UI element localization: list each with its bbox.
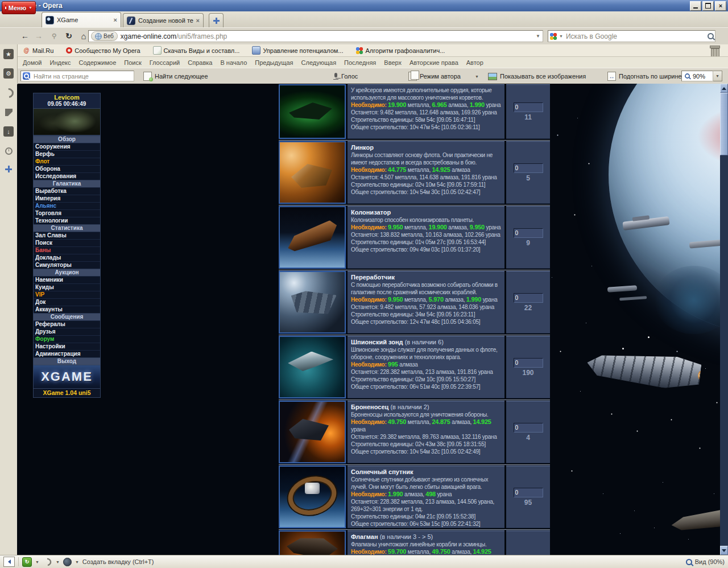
sidebar-item-Симуляторы[interactable]: Симуляторы [34,261,100,269]
address-dropdown-icon[interactable]: ▼ [536,34,540,39]
sidebar-item-Баны[interactable]: Баны [34,246,100,254]
panel-toggle-button[interactable] [3,557,15,567]
page-nav-link[interactable]: Индекс [50,59,71,66]
find-input[interactable] [32,72,132,80]
ship-name[interactable]: Солнечный спутник [351,468,413,475]
chevron-down-icon[interactable]: ▼ [75,560,79,564]
bookmark-item[interactable]: Управление потенциалом... [252,46,343,55]
close-button[interactable]: × [715,1,726,11]
find-field[interactable] [20,71,134,81]
sidebar-item-Исследования[interactable]: Исследования [34,172,100,180]
trash-icon[interactable] [710,46,720,57]
show-images-button[interactable]: Показывать все изображения [488,68,586,84]
sidebar-section-Аукцион[interactable]: Аукцион [34,269,100,276]
search-icon[interactable] [708,33,714,39]
chevron-down-icon[interactable]: ▼ [56,560,60,564]
sidebar-item-Технологии[interactable]: Технологии [34,217,100,224]
ship-name[interactable]: Переработчик [351,274,395,281]
tab-forum-topic[interactable]: Создание новой темы -... × [123,13,204,27]
sidebar-section-Сообщения[interactable]: Сообщения [34,313,100,320]
widgets-panel-icon[interactable]: ⚙ [3,68,14,79]
quantity-input[interactable] [514,293,543,303]
sidebar-item-Док[interactable]: Док [34,298,100,306]
find-next-button[interactable]: Найти следующее [143,68,208,84]
sidebar-item-Доклады[interactable]: Доклады [34,254,100,261]
sidebar-item-Рефералы[interactable]: Рефералы [34,320,100,328]
opera-menu-button[interactable]: Меню ▼ [2,1,36,14]
author-mode-dropdown[interactable]: ▼ [475,68,479,84]
bookmark-item[interactable]: Алгоритм графоаналитич... [355,47,445,54]
search-engine-dropdown-icon[interactable]: ▼ [559,34,563,38]
page-nav-link[interactable]: Глоссарий [150,59,180,66]
add-panel-icon[interactable] [3,164,14,174]
page-nav-link[interactable]: Следующая [301,59,337,66]
page-nav-link[interactable]: В начало [220,59,247,66]
quantity-input[interactable] [514,358,543,368]
sidebar-section-Галактика[interactable]: Галактика [34,180,100,187]
sidebar-item-Флот[interactable]: Флот [34,158,100,165]
sidebar-item-Настройки[interactable]: Настройки [34,343,100,350]
page-nav-link[interactable]: Автор [466,59,483,66]
quantity-input[interactable] [514,163,543,173]
search-input[interactable] [565,32,706,41]
restore-button[interactable] [702,1,714,11]
sidebar-item-Администрация[interactable]: Администрация [34,350,100,357]
sidebar-section-Обзор[interactable]: Обзор [34,135,100,143]
sidebar-item-Друзья[interactable]: Друзья [34,328,100,335]
sidebar-item-Империя[interactable]: Империя [34,195,100,202]
bookmarks-panel-icon[interactable]: ★ [3,49,14,59]
sidebar-item-Сооружения[interactable]: Сооружения [34,143,100,150]
zoom-dropdown-button[interactable]: ▼ [713,71,722,81]
page-nav-link[interactable]: Домой [23,59,42,66]
downloads-panel-icon[interactable]: ↓ [3,126,14,137]
scroll-down-button[interactable] [720,546,728,555]
lock-button[interactable]: ⚲ [48,30,60,42]
zoom-field[interactable]: 90% [681,71,713,81]
sidebar-section-Выход[interactable]: Выход [34,357,100,365]
minimize-button[interactable] [690,1,701,11]
page-nav-link[interactable]: Справка [188,59,212,66]
ship-name[interactable]: Линкор [351,144,374,151]
fit-width-button[interactable]: ↔ Подогнать по ширине [607,68,682,84]
bookmark-item[interactable]: @Mail.Ru [23,47,53,54]
notes-panel-icon[interactable] [3,107,14,117]
tab-xgame[interactable]: XGame × [42,12,121,27]
turbo-icon[interactable] [63,558,72,566]
chevron-down-icon[interactable]: ▼ [35,560,39,564]
sidebar-item-Зал Славы[interactable]: Зал Славы [34,232,100,239]
author-mode-button[interactable]: Режим автора [408,68,461,84]
quantity-input[interactable] [514,102,543,112]
quantity-input[interactable] [514,488,543,497]
sidebar-item-Наемники[interactable]: Наемники [34,276,100,283]
page-nav-link[interactable]: Содержимое [78,59,116,66]
page-nav-link[interactable]: Авторские права [410,59,458,66]
reload-button[interactable]: ↻ [63,30,75,42]
zoom-control[interactable]: 90% ▼ [681,71,722,81]
ship-name[interactable]: Шпионский зонд [351,339,403,345]
bookmark-item[interactable]: Скачать Виды и составл... [153,46,240,55]
tab-close-icon[interactable]: × [196,17,200,24]
search-box[interactable]: ▼ [548,30,715,42]
quantity-input[interactable] [514,228,543,238]
new-tab-hint[interactable]: Создать вкладку (Ctrl+T) [82,558,154,565]
sidebar-item-Куиды[interactable]: Куиды [34,283,100,291]
sidebar-item-Оборона[interactable]: Оборона [34,165,100,172]
sidebar-item-Торговля[interactable]: Торговля [34,209,100,217]
tab-close-icon[interactable]: × [114,17,117,23]
sidebar-item-VIP[interactable]: VIP [34,291,100,298]
unite-panel-icon[interactable] [3,88,14,98]
sidebar-item-Верфь[interactable]: Верфь [34,150,100,158]
bookmark-item[interactable]: Сообщество My Opera [66,47,140,54]
page-nav-link[interactable]: Последняя [344,59,376,66]
history-panel-icon[interactable] [3,146,14,156]
page-nav-link[interactable]: Предыдущая [255,59,293,66]
sidebar-item-Поиск[interactable]: Поиск [34,239,100,246]
opera-link-icon[interactable]: ↻ [22,557,32,567]
new-tab-button[interactable] [209,13,224,28]
forward-button[interactable]: → [32,30,45,42]
back-button[interactable]: ← [19,30,31,42]
ship-name[interactable]: Флагман [351,533,378,540]
view-zoom-label[interactable]: Вид (90%) [695,558,725,565]
ship-name[interactable]: Броненосец [351,404,388,410]
voice-button[interactable]: Голос [333,68,358,84]
